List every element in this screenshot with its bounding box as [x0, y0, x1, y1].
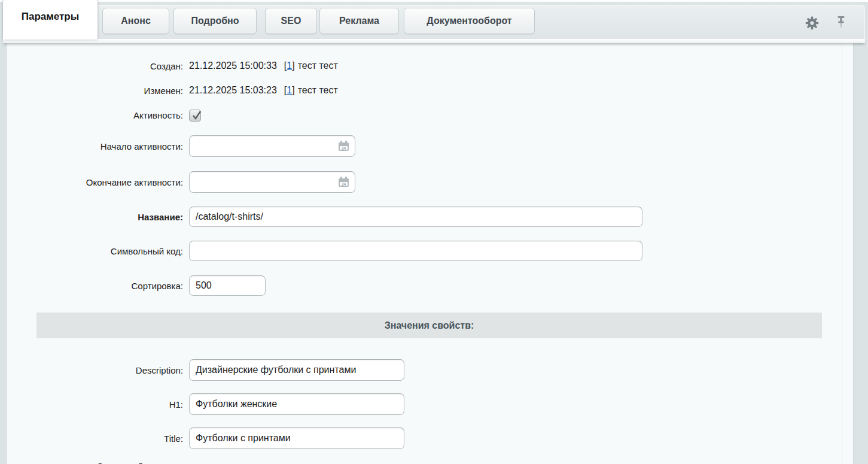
tab-seo[interactable]: SEO — [265, 8, 317, 34]
next-field-row-clipped: Связанный элемент: — [7, 457, 183, 464]
tab-bar-ledge — [3, 39, 865, 43]
property-row-h1: H1: — [7, 393, 404, 415]
code-input[interactable] — [189, 241, 642, 261]
bracket: ] — [292, 60, 294, 71]
form-panel: Создан: 21.12.2025 15:00:33 [1] тест тес… — [6, 43, 854, 464]
property-row-title: Title: — [7, 427, 404, 449]
tab-label: Анонс — [121, 16, 151, 26]
created-user-link[interactable]: 1 — [287, 60, 292, 71]
modified-label: Изменен: — [7, 86, 183, 96]
sort-label: Сортировка: — [7, 281, 183, 291]
created-label: Создан: — [7, 61, 183, 71]
properties-section-header: Значения свойств: — [36, 313, 822, 338]
bracket: ] — [292, 85, 294, 96]
tab-reklama[interactable]: Реклама — [319, 8, 399, 34]
active-from-input[interactable] — [189, 135, 355, 157]
tab-label: SEO — [281, 16, 301, 26]
h1-input[interactable] — [189, 393, 404, 415]
tab-anons[interactable]: Анонс — [102, 8, 169, 34]
active-from-label: Начало активности: — [7, 141, 183, 151]
sort-row: Сортировка: — [7, 275, 266, 296]
active-to-label: Окончание активности: — [7, 177, 183, 187]
tab-parametry[interactable]: Параметры — [3, 0, 98, 40]
name-input[interactable] — [189, 207, 642, 227]
tab-dokumentooborot[interactable]: Документооборот — [404, 8, 535, 34]
title-label: Title: — [7, 433, 183, 444]
title-input[interactable] — [189, 427, 404, 449]
checkmark-icon — [190, 109, 203, 122]
name-label: Название: — [7, 212, 183, 222]
property-row-description: Description: — [7, 359, 404, 381]
active-from-row: Начало активности: 24 — [7, 135, 355, 157]
modified-row: Изменен: 21.12.2025 15:03:23 [1] тест те… — [7, 83, 338, 98]
created-user-name: тест тест — [298, 60, 338, 71]
tab-label: Реклама — [339, 16, 379, 26]
pin-icon[interactable] — [835, 15, 847, 33]
svg-text:24: 24 — [342, 146, 346, 150]
tab-label: Подробно — [191, 16, 239, 26]
tab-podrobno[interactable]: Подробно — [173, 8, 257, 34]
sort-input[interactable] — [189, 275, 266, 296]
code-label: Символьный код: — [7, 246, 183, 256]
created-datetime: 21.12.2025 15:00:33 — [189, 60, 277, 71]
created-row: Создан: 21.12.2025 15:00:33 [1] тест тес… — [7, 58, 338, 74]
name-row: Название: — [7, 207, 642, 227]
gear-icon[interactable] — [805, 16, 819, 32]
tab-label: Параметры — [22, 11, 80, 23]
activity-row: Активность: — [7, 109, 201, 122]
active-to-row: Окончание активности: 24 — [7, 171, 355, 193]
activity-checkbox[interactable] — [189, 110, 201, 122]
active-to-input[interactable] — [189, 171, 355, 193]
code-row: Символьный код: — [7, 241, 642, 261]
modified-user-link[interactable]: 1 — [287, 85, 292, 96]
h1-label: H1: — [7, 399, 183, 410]
modified-datetime: 21.12.2025 15:03:23 — [189, 85, 277, 96]
next-field-label: Связанный элемент: — [7, 461, 183, 464]
calendar-icon[interactable]: 24 — [337, 176, 350, 188]
description-input[interactable] — [189, 359, 404, 381]
activity-label: Активность: — [7, 110, 183, 120]
modified-user-name: тест тест — [298, 85, 338, 96]
tab-label: Документооборот — [427, 16, 511, 26]
calendar-icon[interactable]: 24 — [337, 140, 350, 152]
svg-text:24: 24 — [342, 182, 346, 186]
description-label: Description: — [7, 365, 183, 375]
